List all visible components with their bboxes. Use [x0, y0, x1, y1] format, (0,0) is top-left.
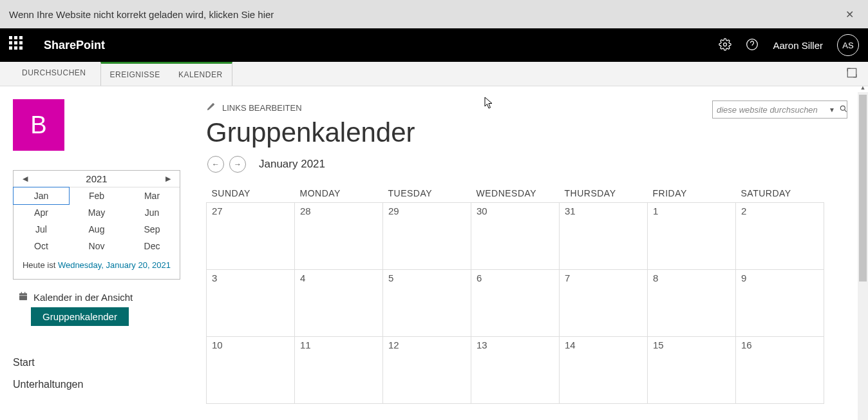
search-box[interactable]: ▼ [712, 100, 847, 119]
ribbon-active-group: EREIGNISSE KALENDER [100, 62, 232, 86]
calendar-cell[interactable]: 28 [295, 203, 383, 270]
calendar-cell[interactable]: 16 [736, 337, 824, 404]
prev-year-icon[interactable]: ◀ [23, 175, 28, 183]
calendar-cell[interactable]: 29 [383, 203, 471, 270]
search-icon[interactable] [839, 104, 848, 115]
calendar-grid: SUNDAYMONDAYTUESDAYWEDNESDAYTHURSDAYFRID… [206, 184, 824, 404]
search-scope-dropdown-icon[interactable]: ▼ [829, 106, 835, 113]
svg-rect-6 [21, 292, 22, 294]
month-feb[interactable]: Feb [69, 187, 124, 204]
calendar-cell[interactable]: 31 [560, 203, 648, 270]
day-header: TUESDAY [383, 184, 471, 203]
svg-point-8 [840, 106, 845, 110]
calendar-cell[interactable]: 27 [207, 203, 295, 270]
prev-month-button[interactable]: ← [207, 156, 224, 173]
calendar-cell[interactable]: 3 [207, 270, 295, 337]
pencil-icon [206, 102, 216, 113]
day-header: SUNDAY [207, 184, 295, 203]
today-link[interactable]: Wednesday, January 20, 2021 [58, 260, 171, 270]
app-launcher-icon[interactable] [9, 36, 27, 54]
day-header: WEDNESDAY [471, 184, 560, 203]
calendar-cell[interactable]: 6 [471, 270, 560, 337]
tab-calendar[interactable]: KALENDER [169, 64, 232, 86]
next-year-icon[interactable]: ▶ [165, 175, 171, 183]
scroll-up-icon[interactable]: ▲ [858, 84, 868, 92]
mini-calendar: ◀ 2021 ▶ JanFebMarAprMayJunJulAugSepOctN… [13, 170, 180, 280]
load-warning-banner: Wenn Ihre Website nicht korrekt geladen … [0, 0, 868, 28]
month-jun[interactable]: Jun [124, 204, 180, 221]
page-title: Gruppenkalender [206, 117, 868, 148]
user-name[interactable]: Aaron Siller [773, 40, 823, 51]
calendar-cell[interactable]: 7 [560, 270, 648, 337]
calendar-cell[interactable]: 5 [383, 270, 471, 337]
site-logo[interactable]: B [13, 99, 64, 151]
tab-browse[interactable]: DURCHSUCHEN [13, 62, 95, 86]
tab-events[interactable]: EREIGNISSE [101, 64, 169, 86]
calendar-cell[interactable]: 2 [736, 203, 824, 270]
current-view-pill[interactable]: Gruppenkalender [31, 307, 129, 326]
month-oct[interactable]: Oct [14, 238, 69, 254]
month-apr[interactable]: Apr [14, 204, 69, 221]
month-dec[interactable]: Dec [124, 238, 180, 254]
calendar-cell[interactable]: 8 [648, 270, 736, 337]
svg-point-0 [724, 43, 727, 46]
month-sep[interactable]: Sep [124, 221, 180, 238]
svg-rect-4 [19, 294, 27, 301]
next-month-button[interactable]: → [229, 156, 246, 173]
nav-start[interactable]: Start [13, 352, 206, 374]
gear-icon[interactable] [719, 38, 731, 53]
help-icon[interactable] [746, 38, 759, 53]
day-header: THURSDAY [560, 184, 648, 203]
calendar-cell[interactable]: 15 [648, 337, 736, 404]
svg-rect-7 [24, 292, 25, 294]
day-header: FRIDAY [648, 184, 736, 203]
calendar-icon [18, 291, 28, 303]
calendar-cell[interactable]: 14 [560, 337, 648, 404]
calendar-cell[interactable]: 4 [295, 270, 383, 337]
focus-content-icon[interactable] [836, 62, 868, 86]
month-jan[interactable]: Jan [13, 187, 70, 205]
vertical-scrollbar[interactable] [858, 92, 868, 420]
avatar[interactable]: AS [837, 34, 859, 56]
mini-cal-year: 2021 [86, 173, 107, 184]
month-jul[interactable]: Jul [14, 221, 69, 238]
scroll-thumb[interactable] [859, 95, 867, 282]
calendar-title: January 2021 [259, 158, 325, 171]
nav-conversations[interactable]: Unterhaltungen [13, 374, 206, 396]
today-label: Heute ist Wednesday, January 20, 2021 [14, 254, 180, 279]
month-nov[interactable]: Nov [69, 238, 124, 254]
calendar-cell[interactable]: 12 [383, 337, 471, 404]
month-aug[interactable]: Aug [69, 221, 124, 238]
banner-text[interactable]: Wenn Ihre Website nicht korrekt geladen … [9, 9, 274, 20]
left-nav: Start Unterhaltungen [13, 352, 206, 396]
suite-bar: SharePoint Aaron Siller AS [0, 28, 868, 62]
calendar-cell[interactable]: 11 [295, 337, 383, 404]
search-input[interactable] [717, 105, 825, 115]
day-header: MONDAY [295, 184, 383, 203]
month-may[interactable]: May [69, 204, 124, 221]
brand-label[interactable]: SharePoint [44, 39, 105, 52]
month-mar[interactable]: Mar [124, 187, 180, 204]
calendar-cell[interactable]: 13 [471, 337, 560, 404]
calendar-cell[interactable]: 1 [648, 203, 736, 270]
svg-rect-3 [847, 68, 856, 77]
edit-links-label: LINKS BEARBEITEN [222, 103, 302, 113]
calendar-cell[interactable]: 9 [736, 270, 824, 337]
close-icon[interactable]: ✕ [840, 6, 859, 23]
views-section-label: Kalender in der Ansicht [33, 292, 133, 303]
svg-line-9 [844, 110, 846, 111]
ribbon: DURCHSUCHEN EREIGNISSE KALENDER [0, 62, 868, 86]
day-header: SATURDAY [736, 184, 824, 203]
calendar-cell[interactable]: 30 [471, 203, 560, 270]
calendar-cell[interactable]: 10 [207, 337, 295, 404]
